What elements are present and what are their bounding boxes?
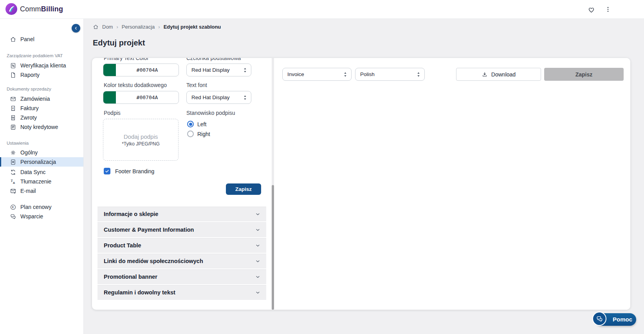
- breadcrumb-item-dom[interactable]: Dom: [102, 24, 113, 30]
- sort-arrows-icon: [243, 94, 247, 101]
- sidebar-item-wsparcie[interactable]: Wsparcie: [0, 212, 83, 221]
- sidebar-item-label: Zamówienia: [20, 96, 50, 102]
- language-select[interactable]: Polish: [355, 68, 425, 81]
- tax-percent-doc-icon: [10, 62, 16, 69]
- sidebar-item-label: Zwroty: [20, 114, 37, 121]
- report-doc-icon: [10, 72, 16, 78]
- svg-text:€: €: [12, 206, 14, 209]
- color-swatch[interactable]: [103, 91, 116, 104]
- doc-star-icon: [10, 159, 16, 165]
- sidebar-section-ustawienia: Ustawienia: [0, 140, 83, 146]
- mail-gear-icon: [10, 188, 16, 194]
- document-type-select[interactable]: Invoice: [282, 68, 352, 81]
- text-font-label: Text font: [186, 82, 207, 88]
- sidebar-item-raporty[interactable]: Raporty: [0, 70, 83, 80]
- accordion-customer-payment[interactable]: Customer & Payment Information: [97, 222, 266, 238]
- secondary-text-color-input[interactable]: #00704A: [103, 91, 179, 104]
- sidebar-item-noty-kredytowe[interactable]: Noty kredytowe: [0, 122, 83, 132]
- chat-bubbles-icon: [592, 312, 606, 326]
- sidebar: Panel Zarządzanie podatkiem VAT Weryfika…: [0, 19, 84, 334]
- breadcrumb-item-personalizacja[interactable]: Personalizacja: [122, 24, 155, 30]
- template-editor-card: Primary Text Color Czcionka podstawowa #…: [92, 58, 630, 310]
- sidebar-item-personalizacja[interactable]: Personalizacja: [0, 157, 83, 167]
- save-template-button-disabled[interactable]: Zapisz: [544, 68, 624, 81]
- color-hex-value[interactable]: #00704A: [116, 67, 179, 73]
- sidebar-item-zamowienia[interactable]: Zamówienia: [0, 94, 83, 103]
- brand-logo[interactable]: CommBilling: [5, 3, 63, 15]
- sidebar-item-label: Data Sync: [20, 169, 46, 175]
- sidebar-item-label: Raporty: [20, 72, 40, 78]
- order-envelope-icon: [10, 96, 16, 102]
- sidebar-item-panel[interactable]: Panel: [0, 34, 83, 44]
- sidebar-collapse-button[interactable]: [72, 24, 80, 33]
- return-receipt-icon: [10, 114, 16, 121]
- breadcrumb-separator: ›: [116, 24, 118, 30]
- footer-branding-checkbox[interactable]: Footer Branding: [104, 168, 154, 174]
- sort-arrows-icon: [417, 71, 420, 78]
- sidebar-item-ogolny[interactable]: Ogólny: [0, 148, 83, 157]
- sidebar-item-label: Personalizacja: [20, 159, 56, 165]
- primary-text-color-input[interactable]: #00704A: [103, 64, 179, 76]
- signature-label: Podpis: [104, 110, 121, 116]
- save-button[interactable]: Zapisz: [226, 183, 261, 195]
- sidebar-item-tlumaczenie[interactable]: zA Tłumaczenie: [0, 177, 83, 186]
- euro-circle-icon: €: [10, 204, 16, 211]
- accordion-regulamin[interactable]: Regulamin i dowolny tekst: [97, 285, 266, 301]
- chevron-down-icon: [255, 274, 261, 280]
- invoice-euro-icon: €: [10, 105, 16, 112]
- color-hex-value[interactable]: #00704A: [116, 94, 179, 100]
- chat-bubbles-icon: [10, 213, 16, 220]
- signature-upload-note: *Tylko JPEG/PNG: [122, 141, 160, 147]
- signature-upload-cta: Dodaj podpis: [124, 133, 158, 140]
- download-button[interactable]: Download: [456, 68, 541, 81]
- breadcrumb: Dom › Personalizacja › Edytuj projekt sz…: [93, 24, 221, 30]
- accordion-social-links[interactable]: Linki do mediów społecznościowych: [97, 254, 266, 269]
- top-bar: CommBilling: [0, 0, 644, 19]
- sidebar-item-label: Tłumaczenie: [20, 178, 51, 185]
- accordion-promotional-banner[interactable]: Promotional banner: [97, 269, 266, 285]
- primary-text-color-label: Primary Text Color: [104, 58, 149, 62]
- accordion-informacje-o-sklepie[interactable]: Informacje o sklepie: [97, 207, 266, 222]
- signature-upload-dropzone[interactable]: Dodaj podpis *Tylko JPEG/PNG: [103, 119, 179, 161]
- favorites-heart-icon[interactable]: [586, 4, 596, 15]
- sync-arrows-icon: [10, 169, 16, 176]
- editor-settings-pane: Primary Text Color Czcionka podstawowa #…: [92, 58, 272, 310]
- breadcrumb-item-current: Edytuj projekt szablonu: [164, 24, 221, 30]
- color-swatch[interactable]: [103, 64, 116, 76]
- secondary-text-color-label: Kolor tekstu dodatkowego: [104, 82, 167, 88]
- translate-icon: zA: [10, 178, 16, 185]
- sidebar-item-label: Weryfikacja klienta: [20, 62, 66, 69]
- help-button[interactable]: Pomoc: [592, 312, 637, 327]
- base-font-select[interactable]: Red Hat Display: [186, 64, 251, 76]
- home-icon: [10, 36, 16, 43]
- chevron-down-icon: [255, 290, 261, 296]
- chevron-down-icon: [255, 211, 261, 217]
- checkbox-checked-icon: [104, 168, 110, 174]
- signature-position-left-radio[interactable]: Left: [187, 121, 206, 127]
- sidebar-item-label: Wsparcie: [20, 213, 43, 220]
- sidebar-section-vat: Zarządzanie podatkiem VAT: [0, 53, 83, 58]
- sidebar-item-weryfikacja-klienta[interactable]: Weryfikacja klienta: [0, 61, 83, 70]
- accordion-product-table[interactable]: Product Table: [97, 238, 266, 254]
- chevron-down-icon: [255, 243, 261, 249]
- signature-position-right-radio[interactable]: Right: [187, 131, 210, 137]
- sidebar-item-data-sync[interactable]: Data Sync: [0, 167, 83, 177]
- gear-icon: [10, 149, 16, 156]
- sort-arrows-icon: [343, 71, 347, 78]
- svg-text:€: €: [13, 107, 14, 109]
- signature-position-label: Stanowisko podpisu: [186, 110, 235, 116]
- text-font-select[interactable]: Red Hat Display: [186, 91, 251, 104]
- sidebar-section-dokumenty: Dokumenty sprzedaży: [0, 86, 83, 92]
- credit-note-icon: [10, 124, 16, 131]
- chevron-down-icon: [255, 258, 261, 264]
- chevron-left-icon: [74, 26, 78, 31]
- kebab-menu-icon[interactable]: [603, 4, 613, 15]
- sidebar-item-faktury[interactable]: € Faktury: [0, 103, 83, 113]
- sidebar-item-label: Plan cenowy: [20, 204, 51, 210]
- sidebar-item-plan-cenowy[interactable]: € Plan cenowy: [0, 202, 83, 212]
- sidebar-item-label: Panel: [20, 36, 34, 42]
- sidebar-item-zwroty[interactable]: Zwroty: [0, 113, 83, 122]
- breadcrumb-separator: ›: [158, 24, 160, 30]
- sidebar-item-email[interactable]: E-mail: [0, 186, 83, 196]
- base-font-label: Czcionka podstawowa: [186, 58, 241, 62]
